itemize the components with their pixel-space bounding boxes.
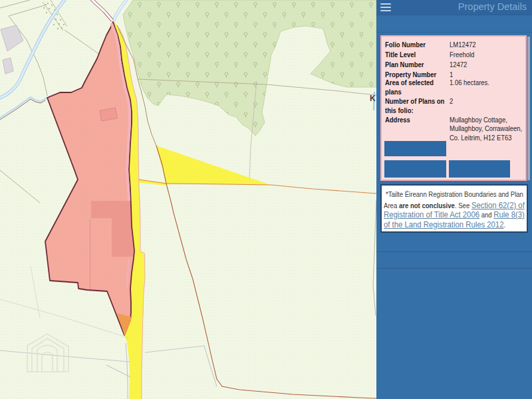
svg-text:K: K — [370, 94, 376, 103]
